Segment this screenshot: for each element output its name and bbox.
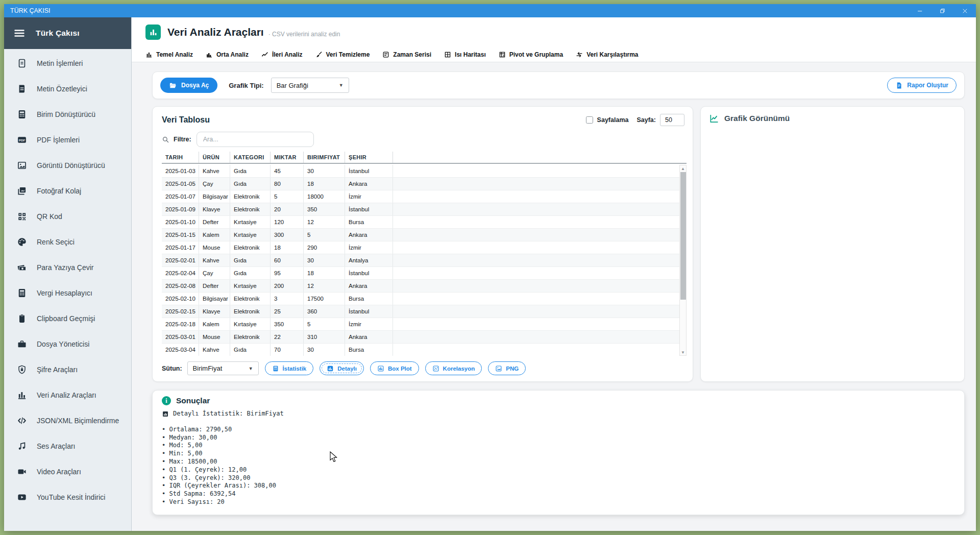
sidebar-item-clipboard-gecmisi[interactable]: Clipboard Geçmişi bbox=[4, 306, 131, 331]
tab-hbars-icon bbox=[382, 51, 389, 58]
table-row[interactable]: 2025-01-15KalemKırtasiye3005Ankara bbox=[162, 229, 679, 241]
vertical-scrollbar[interactable]: ▲ ▼ bbox=[679, 165, 687, 356]
table-row[interactable]: 2025-02-15KlavyeElektronik25360İstanbul bbox=[162, 305, 679, 318]
button-label: Detaylı bbox=[337, 366, 357, 372]
table-row[interactable]: 2025-02-04ÇayGıda9518İstanbul bbox=[162, 267, 679, 280]
cell-filler bbox=[393, 305, 679, 318]
sidebar-item-para-yaziya-cevir[interactable]: Para Yazıya Çevir bbox=[4, 255, 131, 280]
table-row[interactable]: 2025-02-10BilgisayarElektronik317500Burs… bbox=[162, 293, 679, 305]
sidebar-item-json-xml-bicimlendirme[interactable]: JSON/XML Biçimlendirme bbox=[4, 408, 131, 433]
scrollbar-thumb[interactable] bbox=[680, 172, 686, 300]
tab-temel-analiz[interactable]: Temel Analiz bbox=[145, 47, 193, 62]
box-plot-button[interactable]: Box Plot bbox=[370, 361, 419, 375]
maximize-button[interactable] bbox=[931, 4, 953, 17]
cell-sehir: Ankara bbox=[345, 229, 393, 241]
stat-line: Veri Sayısı: 20 bbox=[162, 498, 955, 506]
table-row[interactable]: 2025-01-03KahveGıda4530İstanbul bbox=[162, 165, 679, 178]
table-row[interactable]: 2025-02-18KalemKırtasiye3505İzmir bbox=[162, 318, 679, 331]
cell-kategori: Kırtasiye bbox=[230, 318, 271, 330]
cell-filler bbox=[393, 280, 679, 292]
create-report-button[interactable]: Rapor Oluştur bbox=[887, 78, 957, 93]
sidebar-item-dosya-yoneticisi[interactable]: Dosya Yöneticisi bbox=[4, 331, 131, 357]
table-row[interactable]: 2025-02-08DefterKırtasiye20012Ankara bbox=[162, 280, 679, 293]
sidebar-item-label: JSON/XML Biçimlendirme bbox=[37, 417, 119, 425]
button-label: İstatistik bbox=[283, 366, 307, 372]
cell-kategori: Elektronik bbox=[230, 331, 271, 343]
button-label: Korelasyon bbox=[443, 366, 475, 372]
column-select-label: Sütun: bbox=[162, 365, 182, 372]
cell-kategori: Gıda bbox=[230, 178, 271, 190]
sidebar-item-veri-analiz-araclari[interactable]: Veri Analiz Araçları bbox=[4, 382, 131, 408]
tool-badge bbox=[145, 25, 161, 40]
tab-label: Zaman Serisi bbox=[393, 51, 431, 58]
stat-line: Mod: 5,00 bbox=[162, 442, 955, 450]
tab-bars-icon bbox=[145, 51, 153, 58]
sidebar-item-youtube-kesit-i-ndirici[interactable]: YouTube Kesit İndirici bbox=[4, 484, 131, 510]
page-title: Veri Analiz Araçları bbox=[167, 26, 264, 38]
pagination-checkbox[interactable] bbox=[586, 116, 593, 124]
cell-filler bbox=[393, 229, 679, 241]
sidebar-item-sifre-araclari[interactable]: Şifre Araçları bbox=[4, 357, 131, 382]
bar-chart-badge-icon bbox=[149, 28, 158, 37]
search-icon bbox=[162, 136, 169, 143]
tab-veri-karsilastirma[interactable]: Veri Karşılaştırma bbox=[576, 47, 638, 62]
minimize-button[interactable] bbox=[909, 4, 931, 17]
svg-text:PDF: PDF bbox=[19, 138, 26, 142]
scroll-up-arrow-icon[interactable]: ▲ bbox=[680, 165, 686, 172]
sidebar-item-pdf-i-slemleri[interactable]: PDFPDF İşlemleri bbox=[4, 127, 131, 153]
cell-miktar: 45 bbox=[271, 165, 304, 177]
sidebar-item-renk-secici[interactable]: Renk Seçici bbox=[4, 229, 131, 255]
tab-zaman-serisi[interactable]: Zaman Serisi bbox=[382, 47, 431, 62]
chart-type-select[interactable]: Bar Grafiği ▼ bbox=[271, 78, 349, 93]
table-row[interactable]: 2025-01-07BilgisayarElektronik518000İzmi… bbox=[162, 190, 679, 203]
png-button[interactable]: PNG bbox=[488, 361, 526, 375]
korelasyon-button[interactable]: Korelasyon bbox=[425, 361, 482, 375]
money-icon bbox=[17, 262, 27, 273]
column-header-kategori: KATEGORI bbox=[230, 152, 271, 163]
scroll-down-arrow-icon[interactable]: ▼ bbox=[680, 349, 686, 355]
table-row[interactable]: 2025-01-05ÇayGıda8018Ankara bbox=[162, 178, 679, 190]
sidebar-item-ses-araclari[interactable]: Ses Araçları bbox=[4, 433, 131, 459]
hamburger-icon[interactable] bbox=[13, 27, 26, 39]
info-icon: i bbox=[162, 396, 171, 405]
tab-pivot-ve-gruplama[interactable]: Pivot ve Gruplama bbox=[499, 47, 563, 62]
table-row[interactable]: 2025-02-01KahveGıda6030Antalya bbox=[162, 254, 679, 267]
cell-filler bbox=[393, 254, 679, 266]
tab-i-leri-analiz[interactable]: İleri Analiz bbox=[261, 47, 303, 62]
column-select[interactable]: BirimFiyat ▼ bbox=[187, 361, 259, 375]
cell-tarih: 2025-02-08 bbox=[162, 280, 199, 292]
i-statistik-button[interactable]: İstatistik bbox=[265, 361, 314, 375]
cell-filler bbox=[393, 241, 679, 254]
app-body: Türk Çakısı Metin İşlemleriMetin Özetley… bbox=[4, 17, 976, 531]
close-button[interactable] bbox=[953, 4, 976, 17]
sidebar-item-qr-kod[interactable]: QR Kod bbox=[4, 204, 131, 229]
tab-trend-icon bbox=[261, 51, 268, 58]
tab-orta-analiz[interactable]: Orta Analiz bbox=[206, 47, 249, 62]
sidebar-item-birim-donusturucu[interactable]: Birim Dönüştürücü bbox=[4, 102, 131, 127]
sidebar-item-metin-ozetleyici[interactable]: Metin Özetleyici bbox=[4, 76, 131, 102]
table-row[interactable]: 2025-01-17MouseElektronik18290İzmir bbox=[162, 241, 679, 254]
tab-isi-haritasi[interactable]: Isı Haritası bbox=[444, 47, 486, 62]
detayli-button[interactable]: Detaylı bbox=[320, 361, 364, 375]
sidebar-item-goruntu-donusturucu[interactable]: Görüntü Dönüştürücü bbox=[4, 153, 131, 178]
chart-panel-header: Grafik Görünümü bbox=[709, 113, 956, 124]
tab-veri-temizleme[interactable]: Veri Temizleme bbox=[315, 47, 370, 62]
table-row[interactable]: 2025-03-01MouseElektronik22310Ankara bbox=[162, 331, 679, 344]
sidebar-item-metin-i-slemleri[interactable]: Metin İşlemleri bbox=[4, 51, 131, 76]
tab-bar: Temel AnalizOrta Analizİleri AnalizVeri … bbox=[132, 47, 976, 62]
sidebar-item-vergi-hesaplayici[interactable]: Vergi Hesaplayıcı bbox=[4, 280, 131, 306]
sidebar-item-video-araclari[interactable]: Video Araçları bbox=[4, 459, 131, 484]
filter-input[interactable] bbox=[197, 132, 314, 147]
cell-miktar: 25 bbox=[271, 305, 304, 318]
sidebar-item-label: PDF İşlemleri bbox=[37, 136, 80, 144]
table-row[interactable]: 2025-01-09KlavyeElektronik20350İstanbul bbox=[162, 203, 679, 216]
page-size-input[interactable] bbox=[660, 114, 684, 126]
results-title: Sonuçlar bbox=[176, 396, 210, 405]
table-row[interactable]: 2025-01-10DefterKırtasiye12012Bursa bbox=[162, 216, 679, 229]
open-file-button[interactable]: Dosya Aç bbox=[160, 78, 217, 93]
sidebar-item-fotograf-kolaj[interactable]: Fotoğraf Kolaj bbox=[4, 178, 131, 204]
chart-panel-title: Grafik Görünümü bbox=[724, 114, 790, 123]
table-row[interactable]: 2025-03-04KahveGıda7030Bursa bbox=[162, 344, 679, 356]
folder-icon bbox=[169, 82, 177, 89]
cell-miktar: 200 bbox=[271, 280, 304, 292]
